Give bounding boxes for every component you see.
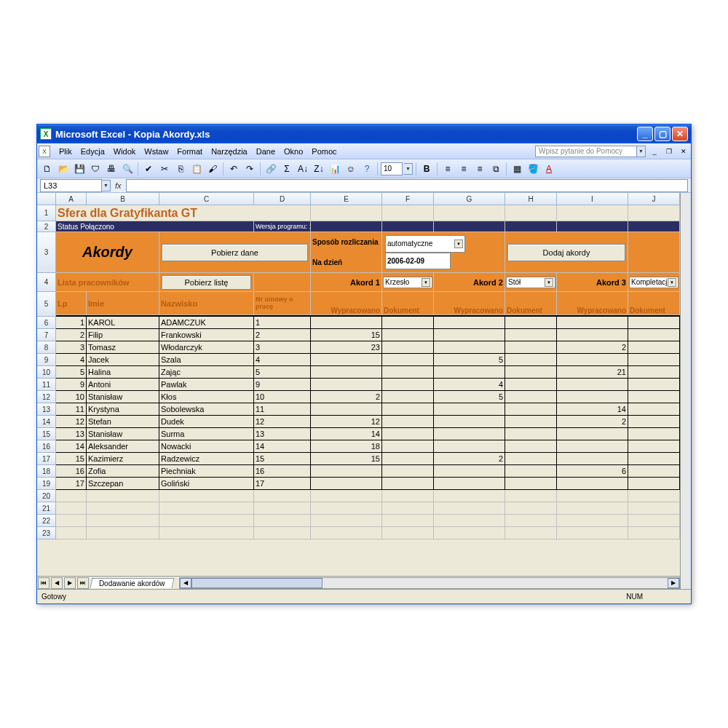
cell-nazwisko[interactable]: Sobolewska: [159, 403, 254, 416]
cell-a3[interactable]: [557, 440, 628, 453]
print-preview-icon[interactable]: 🔍: [120, 162, 135, 176]
row-header[interactable]: 19: [37, 478, 56, 490]
name-box[interactable]: L33: [40, 179, 102, 192]
cell-a2[interactable]: [434, 341, 505, 354]
cell-a1[interactable]: [311, 379, 382, 391]
col-header[interactable]: H: [505, 193, 557, 205]
autosum-icon[interactable]: Σ: [280, 162, 294, 176]
merge-icon[interactable]: ⧉: [488, 162, 503, 176]
smiley-icon[interactable]: ☺: [344, 162, 358, 176]
cell-a2-doc[interactable]: [505, 341, 557, 354]
row-header[interactable]: 20: [37, 490, 56, 502]
cell-nazwisko[interactable]: Zając: [159, 366, 254, 379]
cell-nazwisko[interactable]: Pawlak: [159, 379, 254, 391]
tab-first-icon[interactable]: ⏮: [38, 577, 50, 589]
cell-a3[interactable]: 2: [557, 416, 628, 428]
cell-imie[interactable]: Stanisław: [87, 391, 159, 403]
cell-a3-doc[interactable]: [628, 440, 680, 453]
cell-nr[interactable]: 17: [254, 478, 311, 490]
sheet-title[interactable]: Sfera dla Gratyfikanta GT: [56, 205, 311, 221]
cell-a3[interactable]: [557, 379, 628, 391]
cell-a3-doc[interactable]: [628, 428, 680, 440]
cell-nazwisko[interactable]: Nowacki: [159, 440, 254, 453]
tab-next-icon[interactable]: ▶: [64, 577, 76, 589]
cell-a2-doc[interactable]: [505, 428, 557, 440]
cell-a3-doc[interactable]: [628, 379, 680, 391]
col-header[interactable]: A: [56, 193, 87, 205]
minimize-button[interactable]: _: [637, 127, 653, 141]
title-bar[interactable]: X Microsoft Excel - Kopia Akordy.xls _ ▢…: [37, 124, 691, 143]
row-header[interactable]: 11: [37, 379, 56, 391]
row-header[interactable]: 22: [37, 515, 56, 527]
cell-a2-doc[interactable]: [505, 366, 557, 379]
undo-icon[interactable]: ↶: [226, 162, 241, 176]
cell-a2-doc[interactable]: [505, 329, 557, 341]
cell-nazwisko[interactable]: Kłos: [159, 391, 254, 403]
cell-a2-doc[interactable]: [505, 453, 557, 465]
row-header[interactable]: 16: [37, 440, 56, 453]
cell-a2-doc[interactable]: [505, 440, 557, 453]
cell-nazwisko[interactable]: Piechniak: [159, 465, 254, 478]
cell-a1-doc[interactable]: [382, 453, 434, 465]
cell-nazwisko[interactable]: Surma: [159, 428, 254, 440]
cell-a2-doc[interactable]: [505, 403, 557, 416]
row-header[interactable]: 17: [37, 453, 56, 465]
cell-imie[interactable]: Stefan: [87, 416, 159, 428]
row-header[interactable]: 18: [37, 465, 56, 478]
cell-lp[interactable]: 9: [56, 379, 87, 391]
cell-a3-doc[interactable]: [628, 453, 680, 465]
cell-nazwisko[interactable]: Radzewicz: [159, 453, 254, 465]
align-left-icon[interactable]: ≡: [440, 162, 455, 176]
menu-dane[interactable]: Dane: [252, 146, 280, 157]
cut-icon[interactable]: ✂: [157, 162, 172, 176]
align-center-icon[interactable]: ≡: [456, 162, 471, 176]
cell-nazwisko[interactable]: Dudek: [159, 416, 254, 428]
fontsize-box[interactable]: 10: [381, 162, 403, 175]
cell-lp[interactable]: 10: [56, 391, 87, 403]
close-button[interactable]: ✕: [672, 127, 688, 141]
cell-a3-doc[interactable]: [628, 416, 680, 428]
cell-a2[interactable]: [434, 366, 505, 379]
row-header[interactable]: 8: [37, 341, 56, 354]
col-header[interactable]: G: [434, 193, 505, 205]
akord2-dropdown[interactable]: Stół▼: [506, 277, 555, 288]
cell-a3[interactable]: [557, 478, 628, 490]
cell-nr[interactable]: 10: [254, 391, 311, 403]
cell-a1[interactable]: 15: [311, 329, 382, 341]
cell-nr[interactable]: 14: [254, 440, 311, 453]
menu-format[interactable]: Format: [173, 146, 207, 157]
cell-nazwisko[interactable]: ADAMCZUK: [159, 317, 254, 329]
cell-a3-doc[interactable]: [628, 329, 680, 341]
cell-a3-doc[interactable]: [628, 391, 680, 403]
cell-a1[interactable]: 14: [311, 428, 382, 440]
cell-lp[interactable]: 17: [56, 478, 87, 490]
cell-a1-doc[interactable]: [382, 379, 434, 391]
cell-a1-doc[interactable]: [382, 440, 434, 453]
print-icon[interactable]: 🖶: [104, 162, 119, 176]
format-painter-icon[interactable]: 🖌: [205, 162, 220, 176]
permission-icon[interactable]: 🛡: [88, 162, 103, 176]
row-header[interactable]: 9: [37, 354, 56, 366]
cell-a3[interactable]: [557, 391, 628, 403]
formula-input[interactable]: [126, 179, 688, 192]
cell-lp[interactable]: 4: [56, 354, 87, 366]
row-header[interactable]: 1: [37, 205, 56, 221]
cell-a2[interactable]: [434, 403, 505, 416]
maximize-button[interactable]: ▢: [654, 127, 670, 141]
cell-a2[interactable]: [434, 440, 505, 453]
cell-a1-doc[interactable]: [382, 391, 434, 403]
cell-a1[interactable]: 15: [311, 453, 382, 465]
col-header[interactable]: C: [159, 193, 254, 205]
row-header[interactable]: 13: [37, 403, 56, 416]
chart-icon[interactable]: 📊: [328, 162, 342, 176]
cell-nr[interactable]: 15: [254, 453, 311, 465]
menu-wstaw[interactable]: Wstaw: [140, 146, 173, 157]
dodaj-akordy-button[interactable]: Dodaj akordy: [507, 244, 625, 261]
cell-a1-doc[interactable]: [382, 403, 434, 416]
cell-a1-doc[interactable]: [382, 465, 434, 478]
horizontal-scrollbar[interactable]: ◀ ▶: [179, 577, 680, 589]
cell-a2-doc[interactable]: [505, 465, 557, 478]
cell-nr[interactable]: 1: [254, 317, 311, 329]
row-header[interactable]: 5: [37, 292, 56, 317]
cell-a2[interactable]: 4: [434, 379, 505, 391]
